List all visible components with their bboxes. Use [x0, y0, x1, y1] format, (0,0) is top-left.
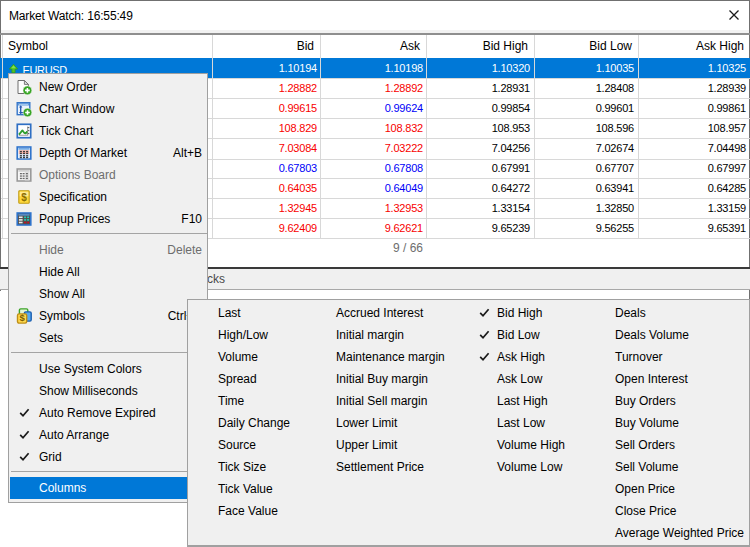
svg-text:$: $	[21, 192, 27, 203]
svg-text:$: $	[19, 312, 25, 323]
